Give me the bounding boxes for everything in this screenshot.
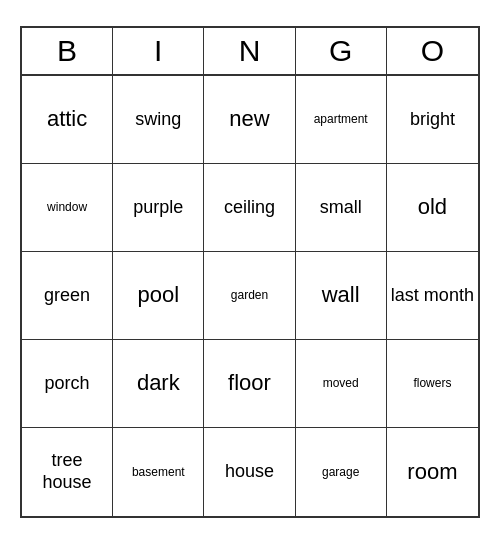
cell-text-r1-c1: purple [133,197,183,219]
cell-text-r0-c1: swing [135,109,181,131]
cell-text-r3-c4: flowers [413,376,451,390]
bingo-cell-r4-c0: tree house [22,428,113,516]
cell-text-r3-c1: dark [137,370,180,396]
cell-text-r0-c4: bright [410,109,455,131]
bingo-cell-r1-c4: old [387,164,478,252]
bingo-grid: atticswingnewapartmentbrightwindowpurple… [22,76,478,516]
cell-text-r1-c0: window [47,200,87,214]
bingo-cell-r4-c3: garage [296,428,387,516]
bingo-cell-r3-c0: porch [22,340,113,428]
cell-text-r4-c3: garage [322,465,359,479]
bingo-cell-r3-c4: flowers [387,340,478,428]
cell-text-r1-c3: small [320,197,362,219]
bingo-cell-r4-c2: house [204,428,295,516]
bingo-cell-r2-c4: last month [387,252,478,340]
bingo-cell-r2-c3: wall [296,252,387,340]
bingo-cell-r3-c2: floor [204,340,295,428]
cell-text-r4-c0: tree house [26,450,108,493]
bingo-cell-r1-c1: purple [113,164,204,252]
bingo-cell-r2-c2: garden [204,252,295,340]
cell-text-r2-c3: wall [322,282,360,308]
cell-text-r3-c0: porch [45,373,90,395]
cell-text-r1-c2: ceiling [224,197,275,219]
header-letter-O: O [387,28,478,74]
bingo-cell-r0-c1: swing [113,76,204,164]
cell-text-r3-c3: moved [323,376,359,390]
bingo-cell-r4-c4: room [387,428,478,516]
cell-text-r4-c2: house [225,461,274,483]
bingo-cell-r4-c1: basement [113,428,204,516]
header-letter-G: G [296,28,387,74]
bingo-cell-r3-c3: moved [296,340,387,428]
cell-text-r0-c3: apartment [314,112,368,126]
header-letter-B: B [22,28,113,74]
bingo-header: BINGO [22,28,478,76]
cell-text-r4-c1: basement [132,465,185,479]
bingo-card: BINGO atticswingnewapartmentbrightwindow… [20,26,480,518]
cell-text-r1-c4: old [418,194,447,220]
bingo-cell-r0-c3: apartment [296,76,387,164]
cell-text-r2-c2: garden [231,288,268,302]
bingo-cell-r3-c1: dark [113,340,204,428]
cell-text-r0-c2: new [229,106,269,132]
bingo-cell-r1-c0: window [22,164,113,252]
cell-text-r0-c0: attic [47,106,87,132]
bingo-cell-r1-c3: small [296,164,387,252]
bingo-cell-r0-c2: new [204,76,295,164]
cell-text-r3-c2: floor [228,370,271,396]
cell-text-r2-c1: pool [137,282,179,308]
bingo-cell-r2-c1: pool [113,252,204,340]
header-letter-N: N [204,28,295,74]
cell-text-r2-c4: last month [391,285,474,307]
header-letter-I: I [113,28,204,74]
cell-text-r2-c0: green [44,285,90,307]
bingo-cell-r2-c0: green [22,252,113,340]
cell-text-r4-c4: room [407,459,457,485]
bingo-cell-r0-c0: attic [22,76,113,164]
bingo-cell-r1-c2: ceiling [204,164,295,252]
bingo-cell-r0-c4: bright [387,76,478,164]
